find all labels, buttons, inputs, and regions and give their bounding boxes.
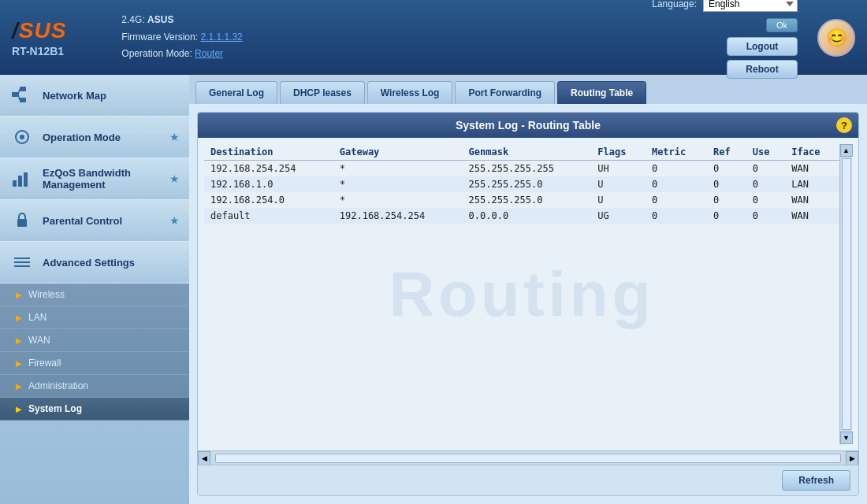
table-header-row: Destination Gateway Genmask Flags Metric… — [204, 144, 839, 161]
scroll-up-btn[interactable]: ▲ — [840, 144, 853, 157]
table-cell: WAN — [785, 161, 839, 177]
submenu-item-system-log[interactable]: ▶ System Log — [0, 398, 189, 421]
svg-rect-9 — [24, 172, 28, 187]
sidebar-item-ezqos[interactable]: EzQoS BandwidthManagement ★ — [0, 158, 189, 200]
table-cell: 255.255.255.0 — [463, 192, 592, 208]
header: /SUS RT-N12B1 2.4G: ASUS Firmware Versio… — [0, 0, 867, 75]
refresh-button[interactable]: Refresh — [782, 470, 850, 491]
network-map-icon — [9, 83, 35, 108]
col-destination: Destination — [204, 144, 333, 161]
parental-star: ★ — [169, 214, 180, 227]
sidebar-label-advanced: Advanced Settings — [43, 257, 135, 269]
submenu-item-wireless[interactable]: ▶ Wireless — [0, 284, 189, 306]
language-label: Language: — [652, 0, 697, 9]
sidebar-item-advanced-settings[interactable]: Advanced Settings — [0, 242, 189, 284]
wireless-arrow: ▶ — [16, 291, 22, 299]
panel: System Log - Routing Table ? Routing Des… — [189, 104, 867, 504]
submenu-item-firewall[interactable]: ▶ Firewall — [0, 352, 189, 375]
table-cell: 0 — [646, 176, 707, 192]
scroll-left-btn[interactable]: ◀ — [198, 451, 210, 465]
submenu-item-wan[interactable]: ▶ WAN — [0, 329, 189, 352]
submenu-item-administration[interactable]: ▶ Administration — [0, 375, 189, 398]
submenu-label-wireless: Wireless — [28, 289, 65, 300]
tab-wireless-log[interactable]: Wireless Log — [367, 81, 453, 104]
sidebar-item-network-map[interactable]: Network Map — [0, 75, 189, 117]
wan-arrow: ▶ — [16, 336, 22, 345]
scroll-track-h — [215, 454, 841, 463]
operation-mode-star: ★ — [169, 131, 180, 143]
table-cell: 0 — [646, 192, 707, 208]
sidebar-label-operation-mode: Operation Mode — [43, 132, 121, 143]
table-cell: 255.255.255.0 — [463, 176, 592, 192]
submenu-label-wan: WAN — [28, 335, 50, 346]
table-wrapper: Routing Destination Gateway Genmask Flag… — [204, 144, 839, 444]
logo-area: /SUS RT-N12B1 — [12, 18, 66, 57]
language-select[interactable]: English — [703, 0, 798, 12]
svg-rect-0 — [12, 92, 18, 97]
op-mode-value-link[interactable]: Router — [195, 48, 223, 59]
table-cell: 0 — [646, 208, 707, 224]
header-buttons: Logout Reboot — [727, 37, 798, 79]
tab-port-forwarding[interactable]: Port Forwarding — [455, 81, 555, 104]
firmware-version-link[interactable]: 2.1.1.1.32 — [200, 32, 242, 43]
table-cell: 192.168.1.0 — [204, 176, 333, 192]
ezqos-icon — [9, 166, 35, 191]
table-cell: 0 — [707, 208, 746, 224]
ssid-info: 2.4G: ASUS — [121, 12, 652, 29]
svg-rect-7 — [13, 180, 17, 187]
table-cell: WAN — [785, 208, 839, 224]
table-row: 192.168.254.254*255.255.255.255UH000WAN — [204, 161, 839, 177]
col-metric: Metric — [646, 144, 707, 161]
avatar: 😊 — [817, 19, 855, 57]
table-scroll-area: Routing Destination Gateway Genmask Flag… — [198, 138, 858, 450]
table-cell: * — [333, 192, 463, 208]
table-cell: 0 — [707, 176, 746, 192]
sidebar-label-network-map: Network Map — [43, 90, 106, 102]
table-row: 192.168.254.0*255.255.255.0U000WAN — [204, 192, 839, 208]
table-cell: 255.255.255.255 — [463, 161, 592, 177]
svg-point-6 — [20, 135, 24, 139]
ezqos-star: ★ — [169, 172, 180, 185]
sidebar-item-operation-mode[interactable]: Operation Mode ★ — [0, 117, 189, 158]
col-gateway: Gateway — [333, 144, 463, 161]
reboot-button[interactable]: Reboot — [727, 60, 798, 79]
parental-control-icon — [9, 208, 35, 233]
administration-arrow: ▶ — [16, 382, 22, 391]
vertical-scrollbar[interactable]: ▲ ▼ — [839, 144, 852, 444]
table-cell: 0 — [746, 208, 786, 224]
submenu-label-firewall: Firewall — [28, 358, 61, 369]
tab-routing-table[interactable]: Routing Table — [557, 81, 646, 104]
submenu-item-lan[interactable]: ▶ LAN — [0, 306, 189, 329]
scroll-right-btn[interactable]: ▶ — [846, 451, 858, 465]
table-cell: * — [333, 176, 463, 192]
sidebar-label-parental: Parental Control — [43, 215, 122, 227]
panel-title-bar: System Log - Routing Table ? — [198, 113, 858, 138]
table-cell: 192.168.254.254 — [204, 161, 333, 177]
table-cell: 0.0.0.0 — [463, 208, 592, 224]
submenu-label-system-log: System Log — [28, 403, 82, 414]
tabs-bar: General Log DHCP leases Wireless Log Por… — [189, 75, 867, 104]
table-row: default192.168.254.2540.0.0.0UG000WAN — [204, 208, 839, 224]
ok-button[interactable]: Ok — [766, 18, 798, 32]
table-cell: 0 — [707, 161, 746, 177]
ssid-value: ASUS — [147, 14, 173, 25]
table-cell: 0 — [707, 192, 746, 208]
tab-general-log[interactable]: General Log — [195, 81, 277, 104]
svg-rect-2 — [20, 98, 26, 102]
submenu-label-lan: LAN — [28, 312, 47, 323]
operation-mode-icon — [9, 124, 35, 150]
main-container: Network Map Operation Mode ★ EzQoS Bandw… — [0, 75, 867, 504]
firmware-label: Firmware Version: — [121, 32, 198, 43]
panel-inner: System Log - Routing Table ? Routing Des… — [197, 112, 859, 496]
col-use: Use — [746, 144, 786, 161]
sidebar-item-parental-control[interactable]: Parental Control ★ — [0, 200, 189, 242]
help-icon[interactable]: ? — [836, 117, 852, 133]
logout-button[interactable]: Logout — [727, 37, 798, 56]
table-cell: UH — [591, 161, 646, 177]
submenu: ▶ Wireless ▶ LAN ▶ WAN ▶ Firewall ▶ Admi… — [0, 284, 189, 421]
tab-dhcp-leases[interactable]: DHCP leases — [280, 81, 365, 104]
table-cell: 0 — [746, 192, 786, 208]
content-area: General Log DHCP leases Wireless Log Por… — [189, 75, 867, 504]
scroll-down-btn[interactable]: ▼ — [840, 432, 853, 444]
sidebar: Network Map Operation Mode ★ EzQoS Bandw… — [0, 75, 189, 504]
